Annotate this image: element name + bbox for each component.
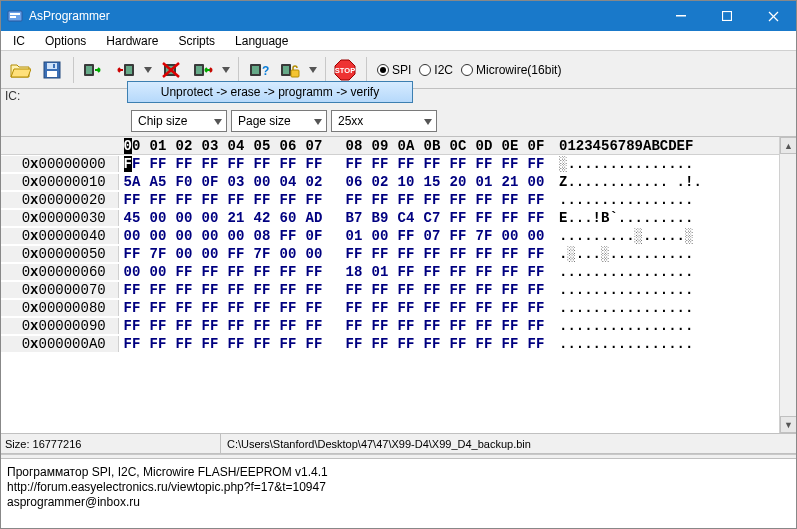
hex-row[interactable]: 0x00000090FFFFFFFFFFFFFFFFFFFFFFFFFFFFFF… xyxy=(1,317,779,335)
family-combo[interactable]: 25xx xyxy=(331,110,437,132)
hex-byte[interactable]: 00 xyxy=(171,228,197,244)
hex-byte[interactable]: 00 xyxy=(197,210,223,226)
unprotect-chip-button[interactable] xyxy=(275,55,305,85)
vertical-scrollbar[interactable]: ▲ ▼ xyxy=(779,137,796,433)
hex-byte[interactable]: FF xyxy=(145,192,171,208)
hex-byte[interactable]: FF xyxy=(119,156,145,172)
menu-scripts[interactable]: Scripts xyxy=(170,33,223,49)
hex-byte[interactable]: 04 xyxy=(275,174,301,190)
hex-byte[interactable]: FF xyxy=(523,192,549,208)
hex-byte[interactable]: FF xyxy=(249,300,275,316)
hex-byte[interactable]: FF xyxy=(445,318,471,334)
hex-byte[interactable]: FF xyxy=(171,156,197,172)
hex-byte[interactable]: FF xyxy=(497,318,523,334)
hex-byte[interactable]: 02 xyxy=(367,174,393,190)
hex-byte[interactable]: FF xyxy=(275,336,301,352)
hex-byte[interactable]: FF xyxy=(223,264,249,280)
hex-byte[interactable]: FF xyxy=(393,282,419,298)
hex-byte[interactable]: FF xyxy=(419,282,445,298)
chip-size-combo[interactable]: Chip size xyxy=(131,110,227,132)
hex-byte[interactable]: FF xyxy=(523,300,549,316)
save-file-button[interactable] xyxy=(37,55,67,85)
hex-byte[interactable]: 03 xyxy=(223,174,249,190)
open-file-button[interactable] xyxy=(5,55,35,85)
hex-byte[interactable]: 00 xyxy=(223,228,249,244)
hex-byte[interactable]: 00 xyxy=(523,174,549,190)
hex-row[interactable]: 0x00000000FFFFFFFFFFFFFFFFFFFFFFFFFFFFFF… xyxy=(1,155,779,173)
hex-byte[interactable]: 60 xyxy=(275,210,301,226)
hex-byte[interactable]: AD xyxy=(301,210,327,226)
hex-byte[interactable]: FF xyxy=(393,318,419,334)
hex-byte[interactable]: FF xyxy=(445,282,471,298)
verify-chip-button[interactable] xyxy=(188,55,218,85)
minimize-button[interactable] xyxy=(658,1,704,31)
hex-byte[interactable]: 00 xyxy=(171,246,197,262)
hex-byte[interactable]: FF xyxy=(419,318,445,334)
hex-byte[interactable]: FF xyxy=(419,336,445,352)
hex-byte[interactable]: FF xyxy=(523,246,549,262)
hex-byte[interactable]: FF xyxy=(367,336,393,352)
hex-row[interactable]: 0x000000A0FFFFFFFFFFFFFFFFFFFFFFFFFFFFFF… xyxy=(1,335,779,353)
hex-byte[interactable]: FF xyxy=(393,156,419,172)
hex-row[interactable]: 0x000000105AA5F00F0300040206021015200121… xyxy=(1,173,779,191)
hex-byte[interactable]: FF xyxy=(145,156,171,172)
detect-chip-button[interactable]: ? xyxy=(243,55,273,85)
hex-byte[interactable]: FF xyxy=(119,282,145,298)
hex-byte[interactable]: FF xyxy=(301,192,327,208)
hex-byte[interactable]: B7 xyxy=(341,210,367,226)
hex-byte[interactable]: FF xyxy=(393,336,419,352)
hex-byte[interactable]: FF xyxy=(301,282,327,298)
hex-byte[interactable]: FF xyxy=(275,156,301,172)
hex-byte[interactable]: FF xyxy=(393,228,419,244)
hex-byte[interactable]: FF xyxy=(497,282,523,298)
hex-byte[interactable]: FF xyxy=(171,300,197,316)
hex-byte[interactable]: 00 xyxy=(197,228,223,244)
hex-byte[interactable]: FF xyxy=(275,264,301,280)
hex-byte[interactable]: FF xyxy=(419,192,445,208)
hex-byte[interactable]: 7F xyxy=(249,246,275,262)
hex-byte[interactable]: 00 xyxy=(367,228,393,244)
hex-byte[interactable]: FF xyxy=(445,264,471,280)
hex-byte[interactable]: FF xyxy=(275,228,301,244)
hex-byte[interactable]: FF xyxy=(471,318,497,334)
hex-byte[interactable]: FF xyxy=(471,264,497,280)
hex-byte[interactable]: FF xyxy=(197,192,223,208)
hex-byte[interactable]: FF xyxy=(223,192,249,208)
hex-byte[interactable]: 01 xyxy=(471,174,497,190)
hex-byte[interactable]: 18 xyxy=(341,264,367,280)
hex-byte[interactable]: 08 xyxy=(249,228,275,244)
hex-byte[interactable]: FF xyxy=(341,336,367,352)
radio-i2c[interactable]: I2C xyxy=(419,63,453,77)
hex-byte[interactable]: FF xyxy=(197,282,223,298)
hex-byte[interactable]: 00 xyxy=(119,228,145,244)
hex-byte[interactable]: FF xyxy=(275,192,301,208)
hex-byte[interactable]: FF xyxy=(249,282,275,298)
hex-byte[interactable]: 01 xyxy=(367,264,393,280)
stop-button[interactable]: STOP xyxy=(330,55,360,85)
menu-ic[interactable]: IC xyxy=(5,33,33,49)
hex-row[interactable]: 0x00000080FFFFFFFFFFFFFFFFFFFFFFFFFFFFFF… xyxy=(1,299,779,317)
hex-byte[interactable]: FF xyxy=(341,192,367,208)
hex-byte[interactable]: 06 xyxy=(341,174,367,190)
hex-byte[interactable]: FF xyxy=(145,336,171,352)
menu-language[interactable]: Language xyxy=(227,33,296,49)
hex-byte[interactable]: FF xyxy=(223,156,249,172)
hex-byte[interactable]: 00 xyxy=(145,210,171,226)
hex-byte[interactable]: FF xyxy=(171,282,197,298)
hex-byte[interactable]: FF xyxy=(367,300,393,316)
hex-byte[interactable]: FF xyxy=(223,246,249,262)
hex-byte[interactable]: FF xyxy=(119,246,145,262)
hex-byte[interactable]: FF xyxy=(445,300,471,316)
hex-byte[interactable]: FF xyxy=(445,210,471,226)
hex-byte[interactable]: FF xyxy=(523,156,549,172)
hex-byte[interactable]: FF xyxy=(419,246,445,262)
hex-byte[interactable]: B9 xyxy=(367,210,393,226)
verify-chip-dropdown[interactable] xyxy=(220,55,232,85)
hex-byte[interactable]: 15 xyxy=(419,174,445,190)
hex-row[interactable]: 0x00000040000000000008FF0F0100FF07FF7F00… xyxy=(1,227,779,245)
hex-byte[interactable]: FF xyxy=(341,300,367,316)
hex-byte[interactable]: FF xyxy=(471,300,497,316)
hex-byte[interactable]: FF xyxy=(445,336,471,352)
hex-byte[interactable]: 21 xyxy=(223,210,249,226)
hex-byte[interactable]: FF xyxy=(497,336,523,352)
